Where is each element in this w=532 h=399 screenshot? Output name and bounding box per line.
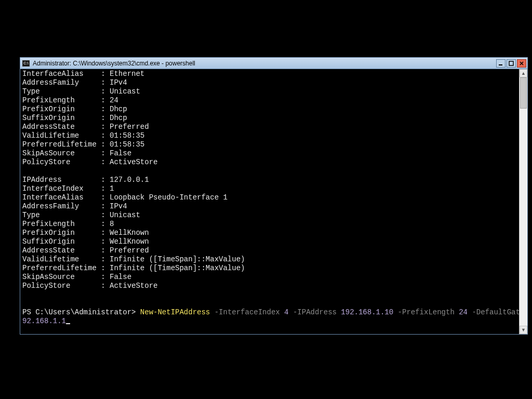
window-controls — [496, 59, 526, 68]
scroll-up-arrow[interactable]: ▲ — [520, 69, 527, 77]
client-area: InterfaceAlias : Ethernet AddressFamily … — [20, 69, 527, 334]
console-window: C:\ Administrator: C:\Windows\system32\c… — [20, 57, 528, 335]
scroll-thumb[interactable] — [520, 77, 527, 109]
svg-rect-0 — [499, 64, 502, 65]
terminal-output[interactable]: InterfaceAlias : Ethernet AddressFamily … — [20, 69, 519, 334]
minimize-button[interactable] — [496, 59, 506, 68]
scroll-down-arrow[interactable]: ▼ — [520, 326, 527, 334]
window-title: Administrator: C:\Windows\system32\cmd.e… — [33, 60, 496, 67]
vertical-scrollbar[interactable]: ▲ ▼ — [519, 69, 527, 334]
svg-rect-1 — [509, 61, 513, 65]
cmd-icon: C:\ — [22, 60, 30, 66]
maximize-button[interactable] — [507, 59, 516, 68]
scroll-track[interactable] — [520, 77, 527, 326]
titlebar[interactable]: C:\ Administrator: C:\Windows\system32\c… — [20, 58, 527, 69]
close-button[interactable] — [517, 59, 526, 68]
